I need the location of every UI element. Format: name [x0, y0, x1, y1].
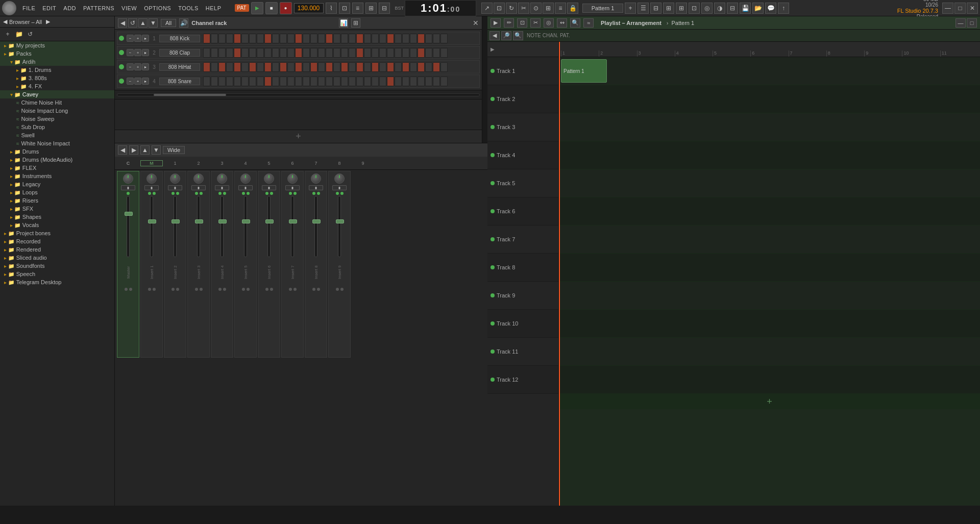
step-btn-0-3[interactable] — [226, 34, 233, 43]
step-btn-2-12[interactable] — [295, 62, 302, 72]
browser-item-rendered[interactable]: ▸ 📁Rendered — [0, 245, 114, 254]
step-btn-1-13[interactable] — [303, 48, 310, 58]
browser-item-drums[interactable]: ▸ 📁Drums — [0, 147, 114, 156]
step-btn-0-23[interactable] — [379, 34, 386, 43]
playlist-track-12[interactable]: Track 12 — [487, 366, 558, 394]
step-btn-3-21[interactable] — [364, 77, 371, 86]
step-btn-3-6[interactable] — [249, 77, 256, 86]
channel-rack-close[interactable]: ✕ — [473, 19, 479, 27]
browser-nav-fwd[interactable]: ▶ — [46, 18, 50, 25]
playlist-track-3[interactable]: Track 3 — [487, 113, 558, 141]
step-btn-2-2[interactable] — [218, 62, 226, 72]
step-btn-3-11[interactable] — [287, 77, 295, 86]
playlist-track-9[interactable]: Track 9 — [487, 282, 558, 310]
mixer-btn[interactable]: ≡ — [555, 3, 566, 14]
chat-btn[interactable]: 💬 — [765, 3, 776, 14]
channel-led-3[interactable] — [119, 79, 124, 84]
step-btn-0-18[interactable] — [341, 34, 348, 43]
send-led-1[interactable] — [153, 192, 156, 195]
playlist-track-7[interactable]: Track 7 — [487, 226, 558, 254]
punch-btn[interactable]: ⊙ — [530, 3, 542, 14]
step-btn-1-11[interactable] — [287, 48, 295, 58]
ch-minus-btn-0[interactable]: − — [127, 35, 134, 42]
step-btn-0-25[interactable] — [395, 34, 402, 43]
step-btn-1-14[interactable] — [310, 48, 317, 58]
browser-item-my-projects[interactable]: ▸ 📁My projects — [0, 41, 114, 49]
fader-handle-2[interactable] — [172, 219, 180, 223]
channel-led-1[interactable] — [119, 50, 124, 55]
send-led-5[interactable] — [247, 192, 250, 195]
mixer-knob-vol-3[interactable] — [193, 173, 204, 184]
step-btn-3-28[interactable] — [418, 77, 425, 86]
channel-led-0[interactable] — [119, 36, 124, 41]
playlist-row-3[interactable] — [559, 113, 980, 141]
step-btn-0-8[interactable] — [264, 34, 272, 43]
browser-item-flex[interactable]: ▸ 📁FLEX — [0, 164, 114, 172]
pattern-block-1[interactable]: Pattern 1 — [561, 59, 607, 83]
step-btn-2-8[interactable] — [264, 62, 272, 72]
pan-knob-9[interactable] — [332, 185, 347, 190]
step-btn-3-27[interactable] — [410, 77, 417, 86]
mixer-knob-vol-2[interactable] — [170, 173, 180, 184]
step-btn-2-19[interactable] — [349, 62, 356, 72]
step-btn-3-4[interactable] — [234, 77, 241, 86]
step-btn-3-19[interactable] — [349, 77, 356, 86]
fader-handle-9[interactable] — [336, 219, 344, 223]
step-btn-1-22[interactable] — [372, 48, 379, 58]
playlist-track-8[interactable]: Track 8 — [487, 254, 558, 282]
step-btn-0-19[interactable] — [349, 34, 356, 43]
step-btn-2-27[interactable] — [410, 62, 417, 72]
browser-item-sliced-audio[interactable]: ▸ 📁Sliced audio — [0, 254, 114, 262]
step-btn-3-2[interactable] — [218, 77, 226, 86]
step-btn-1-10[interactable] — [280, 48, 287, 58]
step-btn-2-5[interactable] — [241, 62, 249, 72]
ch-grid-icon[interactable]: ⊞ — [351, 18, 360, 28]
step-btn-1-2[interactable] — [218, 48, 226, 58]
toolbar-icon-1[interactable]: ⌇ — [326, 3, 337, 14]
step-btn-1-8[interactable] — [264, 48, 272, 58]
browser-item-shapes[interactable]: ▸ 📁Shapes — [0, 213, 114, 221]
playlist-play-btn[interactable]: ▶ — [491, 18, 501, 28]
browser-add-btn[interactable]: + — [3, 30, 12, 39]
step-btn-2-7[interactable] — [257, 62, 264, 72]
menu-edit[interactable]: EDIT — [39, 3, 59, 13]
browser-item-white-noise-impact[interactable]: ≈White Noise Impact — [0, 139, 114, 147]
playlist-zoom-in-btn[interactable]: 🔎 — [501, 31, 511, 40]
view-toggle-1[interactable]: ⊞ — [663, 3, 674, 14]
pan-knob-6[interactable] — [262, 185, 276, 190]
mixer-led-8[interactable] — [312, 192, 315, 195]
playlist-row-9[interactable] — [559, 282, 980, 310]
step-btn-1-19[interactable] — [349, 48, 356, 58]
step-btn-3-8[interactable] — [264, 77, 272, 86]
step-btn-0-5[interactable] — [241, 34, 249, 43]
step-btn-0-13[interactable] — [303, 34, 310, 43]
playlist-row-10[interactable] — [559, 310, 980, 338]
step-btn-2-23[interactable] — [379, 62, 386, 72]
hint-btn[interactable]: ↗ — [481, 3, 493, 14]
browser-item-recorded[interactable]: ▸ 📁Recorded — [0, 237, 114, 245]
step-btn-2-17[interactable] — [333, 62, 340, 72]
pan-knob-1[interactable] — [144, 185, 159, 190]
step-btn-1-26[interactable] — [402, 48, 409, 58]
step-btn-3-20[interactable] — [356, 77, 363, 86]
playlist-track-10[interactable]: Track 10 — [487, 310, 558, 338]
pattern-list-btn[interactable]: ☰ — [638, 3, 649, 14]
mixer-next-btn[interactable]: ▶ — [129, 145, 138, 155]
cut-btn[interactable]: ✂ — [518, 3, 529, 14]
fader-handle-0[interactable] — [125, 212, 133, 216]
tab-note[interactable]: NOTE — [527, 33, 541, 38]
browser-item-risers[interactable]: ▸ 📁Risers — [0, 196, 114, 205]
playlist-maximize-btn[interactable]: □ — [967, 18, 977, 28]
playlist-erase-btn[interactable]: ◎ — [544, 18, 554, 28]
toolbar-icon-5[interactable]: ⊟ — [379, 3, 390, 14]
tab-pat[interactable]: PAT. — [560, 33, 570, 38]
step-btn-3-18[interactable] — [341, 77, 348, 86]
step-btn-2-31[interactable] — [440, 62, 448, 72]
step-btn-2-21[interactable] — [364, 62, 371, 72]
browser-item-ardih[interactable]: ▾ 📁Ardih — [0, 58, 114, 66]
step-btn-3-3[interactable] — [226, 77, 233, 86]
step-btn-2-18[interactable] — [341, 62, 348, 72]
step-btn-2-14[interactable] — [310, 62, 317, 72]
filter-btn[interactable]: ⊡ — [689, 3, 700, 14]
mixer-led-5[interactable] — [242, 192, 245, 195]
